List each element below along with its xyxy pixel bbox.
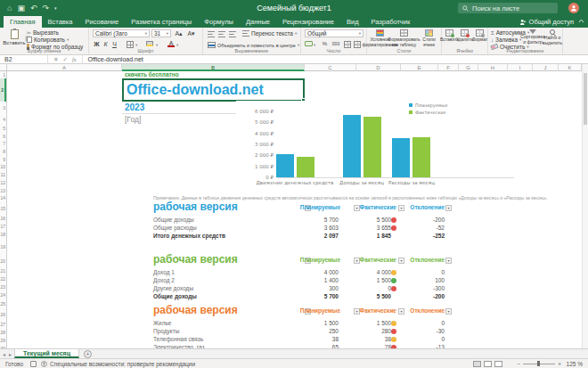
filter-button[interactable]: ▾ — [445, 205, 452, 211]
filter-button[interactable]: ▾ — [398, 205, 404, 211]
merge-center-button[interactable]: Объединить и поместить в центре ▾ — [208, 42, 299, 48]
search-input[interactable]: Поиск на листе — [458, 3, 558, 13]
ribbon-tab-6[interactable]: Данные — [240, 16, 276, 28]
row-header-15[interactable]: 15 — [0, 202, 6, 215]
row-header-20[interactable]: 20 — [0, 255, 6, 267]
redo-icon[interactable]: ↷ — [43, 4, 50, 12]
row-header-24[interactable]: 24 — [0, 291, 6, 299]
zoom-slider-thumb[interactable] — [537, 361, 540, 366]
ribbon-tab-8[interactable]: Вид — [340, 16, 365, 28]
column-header-G[interactable]: G — [459, 64, 478, 71]
underline-button[interactable]: Ч — [110, 40, 118, 48]
copy-dropdown-icon[interactable]: ▾ — [67, 37, 69, 42]
format-as-table-button[interactable]: Форматировать как таблицу — [392, 29, 416, 47]
accessibility-status[interactable]: Специальные возможности: проверьте реком… — [41, 361, 195, 367]
bar-Фактические-2[interactable] — [363, 117, 381, 177]
row-header-12[interactable]: 12 — [0, 179, 6, 187]
insert-cells-button[interactable]: Вставить — [442, 29, 457, 43]
column-header-C[interactable]: C — [305, 64, 356, 71]
zoom-slider[interactable] — [523, 364, 555, 364]
column-header-B[interactable]: B — [122, 64, 305, 71]
normal-view-button[interactable] — [473, 361, 481, 367]
comma-style-button[interactable]: 000 — [330, 40, 342, 48]
row-header-8[interactable]: 8 — [0, 148, 6, 156]
filter-button[interactable]: ▾ — [398, 308, 404, 315]
column-header-E[interactable]: E — [401, 64, 438, 71]
next-sheet-icon[interactable]: ▸ — [9, 351, 12, 357]
bold-button[interactable]: Ж — [93, 40, 101, 48]
name-box[interactable]: B2 — [0, 55, 48, 64]
row-header-18[interactable]: 18 — [0, 231, 6, 239]
select-all-corner[interactable] — [0, 64, 7, 71]
home-icon[interactable]: ⌂ — [7, 4, 12, 12]
chart[interactable]: 6 000 ₽5 000 ₽4 000 ₽3 000 ₽2 000 ₽1 000… — [236, 101, 526, 190]
align-middle-icon[interactable] — [218, 31, 225, 37]
format-cells-button[interactable]: Формат — [472, 29, 487, 43]
font-color-dropdown-icon[interactable]: ▾ — [176, 43, 178, 47]
row-header-19[interactable]: 19 — [0, 239, 6, 255]
page-break-view-button[interactable] — [494, 361, 502, 367]
sheet-tab-active[interactable]: Текущий месяц — [14, 349, 79, 358]
bar-Планируемые-2[interactable] — [343, 115, 361, 177]
column-header-J[interactable]: J — [533, 64, 559, 71]
selected-cell-b2[interactable]: Office-download.net — [122, 78, 305, 102]
collapse-ribbon-icon[interactable] — [578, 19, 584, 23]
fill-button[interactable]: ↓ Заливка ▾ — [491, 37, 521, 43]
bar-Планируемые-1[interactable] — [276, 154, 294, 177]
column-header-H[interactable]: H — [478, 64, 508, 71]
row-header-6[interactable]: 6 — [0, 133, 6, 141]
user-avatar[interactable] — [568, 3, 579, 13]
ribbon-tab-3[interactable]: Рисование — [78, 16, 125, 28]
row-header-27[interactable]: 27 — [0, 321, 6, 329]
increase-decimal-icon[interactable] — [344, 41, 351, 48]
ribbon-tab-2[interactable]: Вставка — [42, 16, 79, 28]
column-header-A[interactable]: A — [7, 64, 122, 71]
ribbon-tab-9[interactable]: Разработчик — [365, 16, 417, 28]
scrollbar-thumb[interactable] — [584, 73, 587, 125]
column-header-D[interactable]: D — [356, 64, 401, 71]
cell-styles-button[interactable]: Стили ячеек — [417, 29, 441, 47]
row-header-4[interactable]: 4 — [0, 114, 6, 125]
fill-color-dropdown-icon[interactable]: ▾ — [156, 43, 158, 47]
row-header-1[interactable]: 1 — [0, 71, 6, 78]
filter-button[interactable]: ▾ — [398, 258, 404, 264]
paste-button[interactable]: Вставить — [4, 29, 25, 49]
sort-filter-button[interactable]: Сортировка и фильтр — [523, 29, 543, 45]
bar-Фактические-1[interactable] — [297, 157, 314, 177]
row-header-5[interactable]: 5 — [0, 125, 6, 133]
prev-sheet-icon[interactable]: ◂ — [3, 351, 5, 357]
column-header-I[interactable]: I — [508, 64, 533, 71]
sheet-grid[interactable]: скачать бесплатно Office-download.net 20… — [7, 71, 582, 348]
page-layout-view-button[interactable] — [484, 361, 492, 367]
currency-dropdown-icon[interactable]: ▾ — [314, 43, 315, 47]
macro-record-icon[interactable] — [30, 361, 37, 367]
fill-color-icon[interactable] — [146, 41, 153, 46]
promo-link[interactable]: скачать бесплатно — [125, 71, 179, 78]
row-header-3[interactable]: 3 — [0, 102, 6, 114]
row-header-13[interactable]: 13 — [0, 187, 6, 195]
borders-dropdown-icon[interactable]: ▾ — [135, 43, 137, 47]
row-header-7[interactable]: 7 — [0, 140, 6, 148]
column-header-F[interactable]: F — [438, 64, 459, 71]
bar-Планируемые-3[interactable] — [392, 138, 410, 177]
row-header-17[interactable]: 17 — [0, 223, 6, 231]
row-header-28[interactable]: 28 — [0, 329, 6, 337]
formula-input[interactable]: Office-download.net — [83, 56, 143, 62]
align-bottom-icon[interactable] — [229, 31, 236, 37]
currency-format-icon[interactable] — [305, 41, 313, 46]
row-header-26[interactable]: 26 — [0, 308, 6, 321]
ribbon-tab-1[interactable]: Главная — [4, 16, 42, 28]
copy-button[interactable]: Копировать ▾ — [27, 37, 69, 43]
italic-button[interactable]: К — [102, 40, 110, 48]
ribbon-tab-4[interactable]: Разметка страницы — [125, 16, 198, 28]
font-family-select[interactable]: Calibri (Заго ▾ — [93, 29, 150, 37]
align-top-icon[interactable] — [208, 31, 215, 37]
find-select-button[interactable]: Найти и выделить — [543, 29, 562, 45]
row-header-23[interactable]: 23 — [0, 283, 6, 291]
shrink-font-button[interactable]: А▾ — [187, 29, 195, 37]
cancel-icon[interactable]: ✕ — [53, 56, 58, 63]
cut-button[interactable]: ✂ Вырезать — [27, 29, 59, 36]
share-button[interactable]: Общий доступ — [519, 16, 574, 28]
ribbon-tab-5[interactable]: Формулы — [198, 16, 240, 28]
filter-button[interactable]: ▾ — [445, 308, 452, 315]
